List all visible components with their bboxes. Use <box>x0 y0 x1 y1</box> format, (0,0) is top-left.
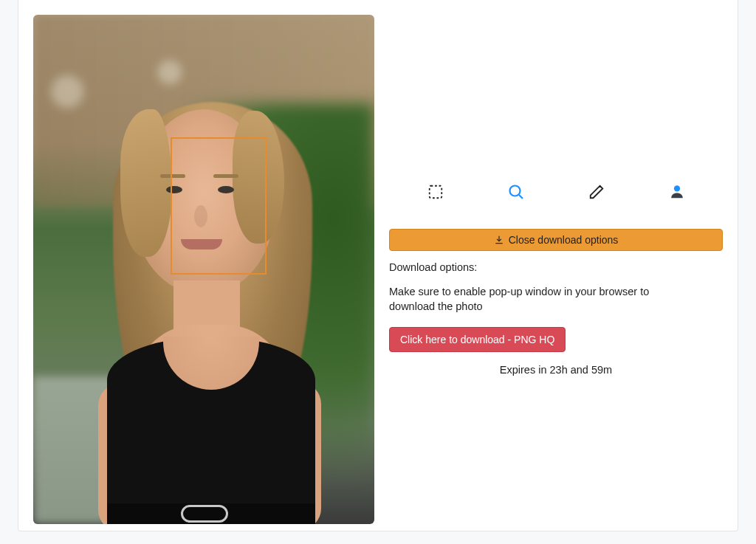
edit-tool[interactable] <box>586 182 607 202</box>
person-tool[interactable] <box>667 182 687 202</box>
photo-subject <box>120 109 172 257</box>
close-download-options-button[interactable]: Close download options <box>389 229 723 251</box>
close-download-label: Close download options <box>509 234 619 246</box>
zoom-tool[interactable] <box>506 182 526 202</box>
download-options-label: Download options: <box>389 261 723 273</box>
crop-selection-icon <box>427 184 444 200</box>
photo-column <box>33 15 374 516</box>
download-help-text: Make sure to enable pop-up window in you… <box>389 285 670 314</box>
crop-tool[interactable] <box>425 182 446 202</box>
person-icon <box>669 184 685 200</box>
pencil-icon <box>588 184 605 200</box>
options-panel: Close download options Download options:… <box>389 15 723 516</box>
photo-preview[interactable] <box>33 15 374 524</box>
tool-row <box>389 182 723 229</box>
face-detection-box[interactable] <box>171 137 267 275</box>
expiry-text: Expires in 23h and 59m <box>389 364 723 376</box>
svg-line-2 <box>519 195 523 199</box>
magnifier-icon <box>507 183 525 201</box>
download-icon <box>494 235 504 245</box>
editor-frame: Close download options Download options:… <box>18 0 738 531</box>
download-button-label: Click here to download - PNG HQ <box>400 334 554 345</box>
download-png-hq-button[interactable]: Click here to download - PNG HQ <box>389 327 566 352</box>
svg-rect-0 <box>429 186 441 199</box>
svg-point-3 <box>673 185 679 191</box>
svg-point-1 <box>509 186 520 196</box>
